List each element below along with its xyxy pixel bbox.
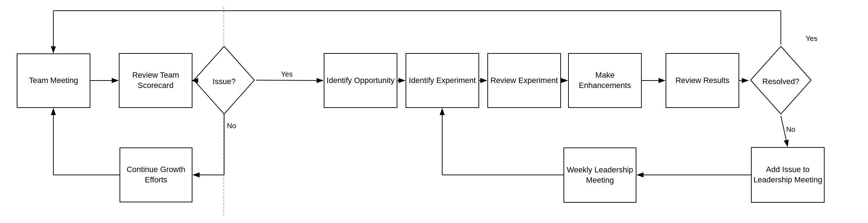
weekly-leadership-node: Weekly Leadership Meeting <box>563 147 636 203</box>
review-scorecard-label: Review Team Scorecard <box>120 70 192 90</box>
svg-line-18 <box>781 116 788 146</box>
continue-growth-node: Continue Growth Efforts <box>120 147 192 202</box>
flowchart: Team Meeting Review Team Scorecard Issue… <box>0 0 868 223</box>
review-scorecard-node: Review Team Scorecard <box>119 53 192 108</box>
issue-diamond-node: Issue? <box>192 45 256 116</box>
review-experiment-node: Review Experiment <box>487 53 561 108</box>
yes-label: Yes <box>281 70 293 78</box>
svg-line-7 <box>256 80 323 81</box>
make-enhancements-node: Make Enhancements <box>568 53 642 108</box>
identify-experiment-node: Identify Experiment <box>406 53 479 108</box>
review-experiment-label: Review Experiment <box>491 76 558 86</box>
no-label: No <box>227 122 236 130</box>
review-results-node: Review Results <box>666 53 739 108</box>
add-issue-label: Add Issue to Leadership Meeting <box>752 165 824 185</box>
identify-experiment-label: Identify Experiment <box>409 76 476 86</box>
identify-opportunity-label: Identify Opportunity <box>327 76 395 86</box>
resolved-diamond-node: Resolved? <box>749 45 813 116</box>
svg-text:Resolved?: Resolved? <box>762 77 799 86</box>
yes2-label: Yes <box>806 35 817 42</box>
make-enhancements-label: Make Enhancements <box>569 70 641 90</box>
review-results-label: Review Results <box>676 76 730 86</box>
add-issue-node: Add Issue to Leadership Meeting <box>751 147 825 203</box>
no2-label: No <box>786 125 795 133</box>
team-meeting-node: Team Meeting <box>17 53 90 108</box>
weekly-leadership-label: Weekly Leadership Meeting <box>564 165 636 185</box>
team-meeting-label: Team Meeting <box>29 76 78 86</box>
identify-opportunity-node: Identify Opportunity <box>324 53 397 108</box>
svg-text:Issue?: Issue? <box>213 77 236 86</box>
continue-growth-label: Continue Growth Efforts <box>120 165 192 185</box>
